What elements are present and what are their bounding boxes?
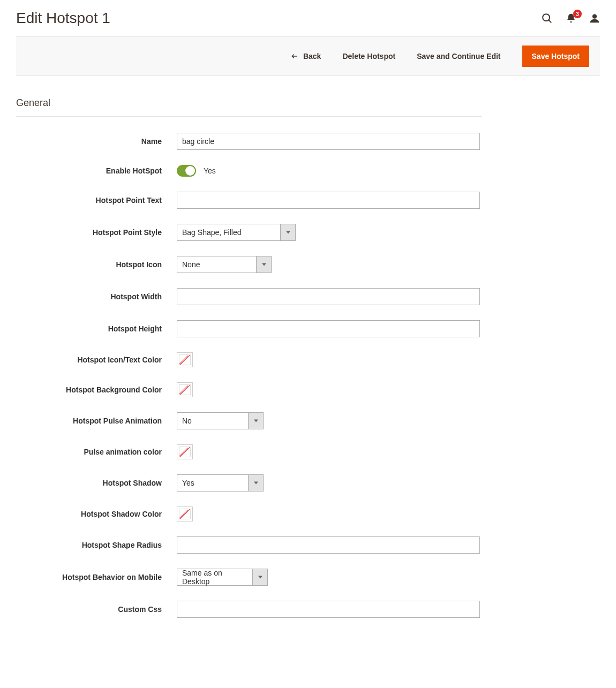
save-continue-label: Save and Continue Edit <box>417 52 500 61</box>
no-color-icon <box>179 354 191 365</box>
row-width: Hotspot Width <box>16 288 600 305</box>
row-shape-radius: Hotspot Shape Radius <box>16 536 600 554</box>
row-shadow: Hotspot Shadow Yes <box>16 474 600 492</box>
point-style-value: Bag Shape, Filled <box>177 224 280 240</box>
delete-label: Delete Hotspot <box>342 52 395 61</box>
custom-css-input[interactable] <box>177 601 480 618</box>
section-title: General <box>16 97 482 117</box>
save-continue-button[interactable]: Save and Continue Edit <box>417 52 500 61</box>
caret-down-icon <box>248 413 263 429</box>
delete-button[interactable]: Delete Hotspot <box>342 52 395 61</box>
label-name: Name <box>16 137 177 146</box>
pulse-color-picker[interactable] <box>177 444 193 459</box>
toggle-knob <box>185 166 195 176</box>
notifications-icon[interactable]: 3 <box>566 13 576 24</box>
label-shadow: Hotspot Shadow <box>16 479 177 487</box>
row-custom-css: Custom Css <box>16 601 600 618</box>
no-color-icon <box>179 447 191 457</box>
icon-value: None <box>177 256 256 273</box>
page-title: Edit Hotspot 1 <box>16 10 110 27</box>
pulse-select[interactable]: No <box>177 412 264 429</box>
height-input[interactable] <box>177 320 480 337</box>
pulse-value: No <box>177 413 248 429</box>
row-mobile: Hotspot Behavior on Mobile Same as on De… <box>16 569 600 586</box>
svg-marker-5 <box>262 263 266 266</box>
row-shadow-color: Hotspot Shadow Color <box>16 506 600 521</box>
shape-radius-input[interactable] <box>177 536 480 554</box>
point-text-input[interactable] <box>177 192 480 209</box>
page-header: Edit Hotspot 1 3 <box>16 0 600 32</box>
back-label: Back <box>303 52 321 61</box>
svg-point-0 <box>543 14 550 21</box>
label-point-style: Hotspot Point Style <box>16 228 177 237</box>
icon-select[interactable]: None <box>177 256 272 273</box>
svg-marker-6 <box>254 420 258 422</box>
point-style-select[interactable]: Bag Shape, Filled <box>177 224 296 241</box>
row-pulse: Hotspot Pulse Animation No <box>16 412 600 429</box>
arrow-left-icon <box>290 52 299 60</box>
caret-down-icon <box>248 475 263 491</box>
label-bg-color: Hotspot Background Color <box>16 385 177 394</box>
row-bg-color: Hotspot Background Color <box>16 382 600 397</box>
row-enable: Enable HotSpot Yes <box>16 165 600 177</box>
svg-marker-4 <box>286 231 290 234</box>
label-shadow-color: Hotspot Shadow Color <box>16 510 177 518</box>
label-custom-css: Custom Css <box>16 605 177 614</box>
section-general: General Name Enable HotSpot Yes Hotspot … <box>16 97 600 618</box>
no-color-icon <box>179 384 191 395</box>
width-input[interactable] <box>177 288 480 305</box>
notifications-badge: 3 <box>573 10 582 18</box>
row-name: Name <box>16 133 600 150</box>
user-icon[interactable] <box>589 13 600 24</box>
row-point-style: Hotspot Point Style Bag Shape, Filled <box>16 224 600 241</box>
mobile-select[interactable]: Same as on Desktop <box>177 569 268 586</box>
back-button[interactable]: Back <box>290 52 321 61</box>
action-bar: Back Delete Hotspot Save and Continue Ed… <box>16 36 600 76</box>
label-height: Hotspot Height <box>16 324 177 333</box>
row-height: Hotspot Height <box>16 320 600 337</box>
svg-point-2 <box>592 14 597 19</box>
shadow-value: Yes <box>177 475 248 491</box>
no-color-icon <box>179 509 191 519</box>
svg-marker-7 <box>254 482 258 485</box>
label-enable: Enable HotSpot <box>16 167 177 175</box>
caret-down-icon <box>256 256 271 273</box>
row-point-text: Hotspot Point Text <box>16 192 600 209</box>
shadow-color-picker[interactable] <box>177 506 193 521</box>
row-icon: Hotspot Icon None <box>16 256 600 273</box>
enable-value: Yes <box>204 167 216 175</box>
label-pulse: Hotspot Pulse Animation <box>16 417 177 425</box>
bg-color-picker[interactable] <box>177 382 193 397</box>
name-input[interactable] <box>177 133 480 150</box>
label-point-text: Hotspot Point Text <box>16 196 177 205</box>
svg-marker-8 <box>258 576 262 579</box>
search-icon[interactable] <box>541 12 553 24</box>
icon-text-color-picker[interactable] <box>177 352 193 367</box>
label-pulse-color: Pulse animation color <box>16 448 177 456</box>
row-pulse-color: Pulse animation color <box>16 444 600 459</box>
caret-down-icon <box>252 569 267 585</box>
mobile-value: Same as on Desktop <box>177 569 252 585</box>
label-width: Hotspot Width <box>16 292 177 301</box>
enable-toggle[interactable] <box>177 165 196 177</box>
svg-line-1 <box>549 20 551 22</box>
header-icons: 3 <box>541 12 600 24</box>
shadow-select[interactable]: Yes <box>177 474 264 492</box>
caret-down-icon <box>280 224 295 240</box>
row-icon-text-color: Hotspot Icon/Text Color <box>16 352 600 367</box>
save-button[interactable]: Save Hotspot <box>522 46 589 67</box>
label-shape-radius: Hotspot Shape Radius <box>16 541 177 549</box>
label-mobile: Hotspot Behavior on Mobile <box>16 573 177 581</box>
label-icon-text-color: Hotspot Icon/Text Color <box>16 356 177 364</box>
label-icon: Hotspot Icon <box>16 260 177 269</box>
